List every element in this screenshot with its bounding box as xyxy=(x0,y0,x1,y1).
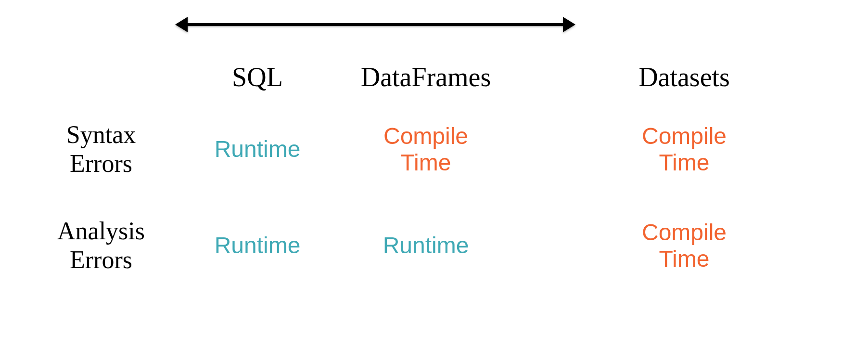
cell-syntax-dataframes: CompileTime xyxy=(332,123,520,176)
row-label-analysis-errors: AnalysisErrors xyxy=(19,217,183,274)
cell-analysis-datasets: CompileTime xyxy=(520,219,849,272)
column-header-sql: SQL xyxy=(183,62,332,92)
cell-analysis-sql: Runtime xyxy=(183,232,332,259)
cell-analysis-dataframes: Runtime xyxy=(332,232,520,259)
comparison-table: SQL DataFrames Datasets SyntaxErrors Run… xyxy=(19,53,849,294)
row-label-syntax-errors: SyntaxErrors xyxy=(19,120,183,178)
cell-syntax-datasets: CompileTime xyxy=(520,123,849,176)
arrow-right-icon xyxy=(563,17,575,32)
spectrum-arrow xyxy=(183,14,568,34)
arrow-line xyxy=(183,23,568,26)
cell-syntax-sql: Runtime xyxy=(183,136,332,162)
column-header-dataframes: DataFrames xyxy=(332,62,520,92)
column-header-datasets: Datasets xyxy=(520,62,849,92)
